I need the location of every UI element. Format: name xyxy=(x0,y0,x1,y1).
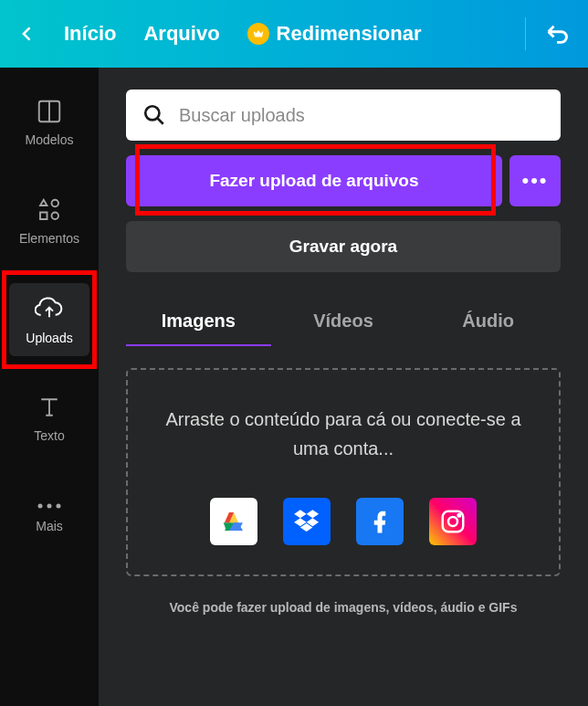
sidebar: Modelos Elementos Uploads Texto Mais xyxy=(0,68,99,706)
sidebar-item-text[interactable]: Texto xyxy=(9,382,89,455)
search-bar[interactable] xyxy=(126,90,561,141)
svg-point-8 xyxy=(448,517,457,526)
sidebar-item-elements[interactable]: Elementos xyxy=(9,184,89,258)
providers xyxy=(210,498,477,545)
search-icon xyxy=(142,103,166,127)
sidebar-label: Uploads xyxy=(26,331,72,345)
undo-icon[interactable] xyxy=(544,21,570,47)
sidebar-item-templates[interactable]: Modelos xyxy=(9,86,89,159)
upload-button[interactable]: Fazer upload de arquivos xyxy=(126,155,502,206)
svg-point-3 xyxy=(47,504,52,509)
facebook-icon[interactable] xyxy=(356,498,404,545)
crown-icon xyxy=(247,23,269,45)
svg-point-2 xyxy=(38,504,43,509)
svg-point-5 xyxy=(145,106,159,120)
svg-line-6 xyxy=(157,118,163,124)
upload-more-button[interactable]: ••• xyxy=(509,155,561,206)
tab-images[interactable]: Imagens xyxy=(126,298,271,346)
svg-point-4 xyxy=(57,504,61,509)
file-menu[interactable]: Arquivo xyxy=(143,22,219,46)
tab-audio[interactable]: Áudio xyxy=(415,298,561,346)
tabs: Imagens Vídeos Áudio xyxy=(126,298,561,346)
back-arrow-icon[interactable] xyxy=(18,25,37,43)
resize-menu[interactable]: Redimensionar xyxy=(247,22,422,46)
sidebar-item-uploads[interactable]: Uploads xyxy=(9,283,89,356)
content-panel: Fazer upload de arquivos ••• Gravar agor… xyxy=(99,68,588,706)
record-button[interactable]: Gravar agora xyxy=(126,221,561,272)
sidebar-label: Texto xyxy=(34,428,64,443)
dropzone[interactable]: Arraste o conteúdo para cá ou conecte-se… xyxy=(126,368,561,576)
home-link[interactable]: Início xyxy=(64,22,116,46)
sidebar-label: Mais xyxy=(36,519,63,533)
search-input[interactable] xyxy=(179,105,544,126)
dropzone-text: Arraste o conteúdo para cá ou conecte-se… xyxy=(146,405,541,463)
resize-label: Redimensionar xyxy=(277,22,422,46)
instagram-icon[interactable] xyxy=(429,498,477,545)
topbar: Início Arquivo Redimensionar xyxy=(0,0,588,68)
divider xyxy=(525,17,526,50)
tab-videos[interactable]: Vídeos xyxy=(271,298,416,346)
upload-hint: Você pode fazer upload de imagens, vídeo… xyxy=(126,600,561,615)
svg-point-9 xyxy=(458,514,461,517)
dropbox-icon[interactable] xyxy=(283,498,331,545)
sidebar-item-more[interactable]: Mais xyxy=(9,480,89,553)
sidebar-label: Modelos xyxy=(26,132,74,147)
google-drive-icon[interactable] xyxy=(210,498,257,545)
sidebar-label: Elementos xyxy=(19,231,79,246)
